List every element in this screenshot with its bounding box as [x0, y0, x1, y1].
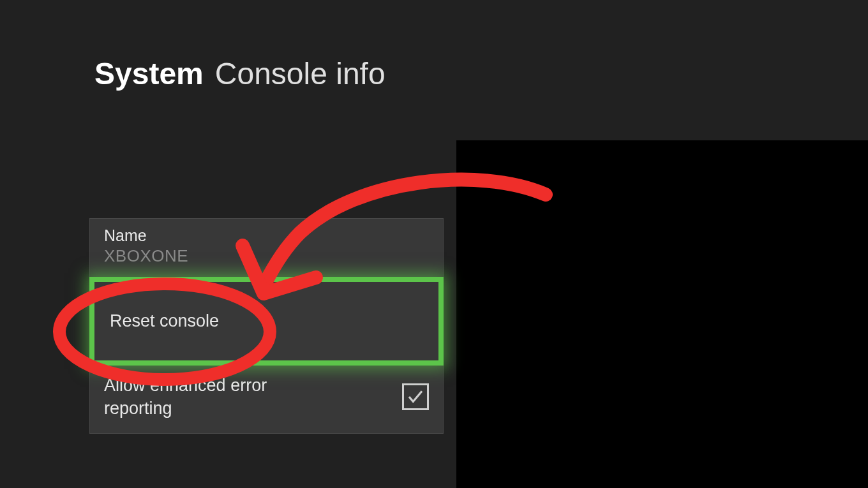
checkmark-icon [406, 387, 425, 406]
page-header: System Console info [94, 56, 385, 91]
header-category: System [94, 56, 204, 91]
reset-console-item[interactable]: Reset console [89, 277, 444, 366]
console-name-label: Name [104, 226, 429, 245]
settings-menu: Name XBOXONE Reset console Allow enhance… [89, 218, 444, 434]
error-reporting-checkbox[interactable] [402, 383, 429, 410]
header-page-title: Console info [215, 56, 385, 91]
console-name-value: XBOXONE [104, 246, 429, 266]
console-name-item[interactable]: Name XBOXONE [89, 218, 444, 278]
reset-console-label: Reset console [110, 311, 423, 331]
error-reporting-label: Allow enhanced error reporting [104, 374, 334, 420]
content-detail-panel [456, 140, 868, 488]
error-reporting-item[interactable]: Allow enhanced error reporting [89, 364, 444, 434]
